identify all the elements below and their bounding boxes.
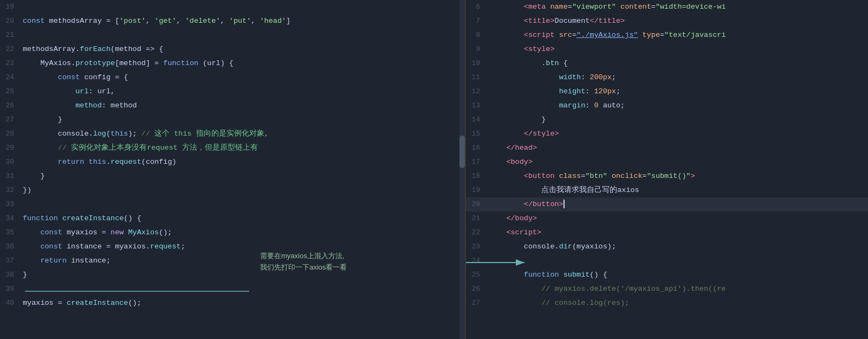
code-line-r22: 22 <script> [466, 226, 868, 240]
code-line-39: 39 [0, 282, 465, 296]
line-number: 20 [0, 14, 23, 28]
line-content: function createInstance() { [23, 212, 465, 226]
code-line-26: 26 method: method [0, 99, 465, 113]
line-number: 22 [0, 42, 23, 56]
line-number: 20 [466, 197, 489, 212]
code-line-r20: 20 </button> [466, 197, 868, 212]
line-content: <title>Document</title> [489, 14, 868, 28]
code-line-r12: 12 height: 120px; [466, 85, 868, 99]
line-content: // 实例化对象上本身没有request 方法，但是原型链上有 [23, 141, 465, 155]
line-content: const config = { [23, 71, 465, 85]
line-number: 22 [466, 226, 489, 240]
left-scrollbar[interactable] [459, 0, 465, 339]
line-content: }) [23, 183, 465, 197]
line-content: } [23, 169, 465, 183]
code-line-29: 29 // 实例化对象上本身没有request 方法，但是原型链上有 [0, 141, 465, 155]
code-line-r23: 23 console.dir(myaxios); [466, 240, 868, 254]
code-line-r24: 24 [466, 254, 868, 268]
line-number: 14 [466, 113, 489, 127]
code-line-r18: 18 <button class="btn" onclick="submit()… [466, 169, 868, 183]
line-content: <script src="./myAxios.js" type="text/ja… [489, 28, 868, 42]
editor-container: 19 20 const methodsArray = ['post', 'get… [0, 0, 868, 339]
line-number: 25 [0, 85, 23, 99]
line-number: 30 [0, 155, 23, 169]
code-line-r17: 17 <body> [466, 155, 868, 169]
line-number: 38 [0, 268, 23, 282]
line-number: 40 [0, 296, 23, 310]
line-content: methodsArray.forEach(method => { [23, 42, 465, 56]
line-number: 27 [466, 296, 489, 310]
code-line-21: 21 [0, 28, 465, 42]
line-content: const methodsArray = ['post', 'get', 'de… [23, 14, 465, 28]
line-content: } [23, 113, 465, 127]
line-number: 19 [0, 0, 23, 14]
line-number: 24 [466, 254, 489, 268]
line-content: } [23, 268, 465, 282]
line-number: 10 [466, 56, 489, 71]
code-line-28: 28 console.log(this); // 这个 this 指向的是实例化… [0, 127, 465, 141]
code-line-r26: 26 // myaxios.delete('/myaxios_api').the… [466, 282, 868, 296]
line-content: // console.log(res); [489, 296, 868, 310]
line-number: 15 [466, 127, 489, 141]
line-number: 31 [0, 169, 23, 183]
code-line-38: 38 } [0, 268, 465, 282]
line-number: 23 [0, 56, 23, 71]
code-line-r6: 6 <meta name="viewport" content="width=d… [466, 0, 868, 14]
code-line-r11: 11 width: 200px; [466, 71, 868, 85]
line-number: 21 [0, 28, 23, 42]
line-number: 7 [466, 14, 489, 28]
line-number: 6 [466, 0, 489, 14]
line-number: 18 [466, 169, 489, 183]
line-content: <style> [489, 42, 868, 56]
code-line-r21: 21 </body> [466, 212, 868, 226]
line-number: 39 [0, 282, 23, 296]
code-line-r25: 25 function submit() { [466, 268, 868, 282]
code-line-r27: 27 // console.log(res); [466, 296, 868, 310]
code-line-r8: 8 <script src="./myAxios.js" type="text/… [466, 28, 868, 42]
line-number: 35 [0, 226, 23, 240]
line-content: .btn { [489, 56, 868, 71]
line-content: // myaxios.delete('/myaxios_api').then((… [489, 282, 868, 296]
line-number: 32 [0, 183, 23, 197]
line-number: 9 [466, 42, 489, 56]
left-pane: 19 20 const methodsArray = ['post', 'get… [0, 0, 466, 339]
left-scrollbar-thumb[interactable] [459, 136, 465, 168]
code-line-20: 20 const methodsArray = ['post', 'get', … [0, 14, 465, 28]
line-number: 37 [0, 254, 23, 268]
line-number: 33 [0, 197, 23, 212]
line-content: return instance; [23, 254, 465, 268]
line-content: return this.request(config) [23, 155, 465, 169]
code-line-33: 33 [0, 197, 465, 212]
code-line-35: 35 const myaxios = new MyAxios(); [0, 226, 465, 240]
code-line-r7: 7 <title>Document</title> [466, 14, 868, 28]
code-line-r10: 10 .btn { [466, 56, 868, 71]
code-line-36: 36 const instance = myaxios.request; [0, 240, 465, 254]
line-content: const myaxios = new MyAxios(); [23, 226, 465, 240]
line-content: <body> [489, 155, 868, 169]
line-content: height: 120px; [489, 85, 868, 99]
line-content: </button> [489, 197, 868, 212]
line-content: </style> [489, 127, 868, 141]
line-content: width: 200px; [489, 71, 868, 85]
line-content: </body> [489, 212, 868, 226]
code-line-r15: 15 </style> [466, 127, 868, 141]
line-number: 13 [466, 99, 489, 113]
code-line-r9: 9 <style> [466, 42, 868, 56]
code-line-31: 31 } [0, 169, 465, 183]
code-line-22: 22 methodsArray.forEach(method => { [0, 42, 465, 56]
line-content: myaxios = createInstance(); [23, 296, 465, 310]
line-number: 17 [466, 155, 489, 169]
line-content: 点击我请求我自己写的axios [489, 183, 868, 197]
line-content: url: url, [23, 85, 465, 99]
code-line-37: 37 return instance; [0, 254, 465, 268]
code-line-40: 40 myaxios = createInstance(); [0, 296, 465, 310]
line-content: console.log(this); // 这个 this 指向的是实例化对象, [23, 127, 465, 141]
line-number: 19 [466, 183, 489, 197]
line-content: </head> [489, 141, 868, 155]
code-line-r14: 14 } [466, 113, 868, 127]
line-number: 25 [466, 268, 489, 282]
line-number: 11 [466, 71, 489, 85]
code-line-23: 23 MyAxios.prototype[method] = function … [0, 56, 465, 71]
right-code-area: 6 <meta name="viewport" content="width=d… [466, 0, 868, 339]
line-number: 16 [466, 141, 489, 155]
